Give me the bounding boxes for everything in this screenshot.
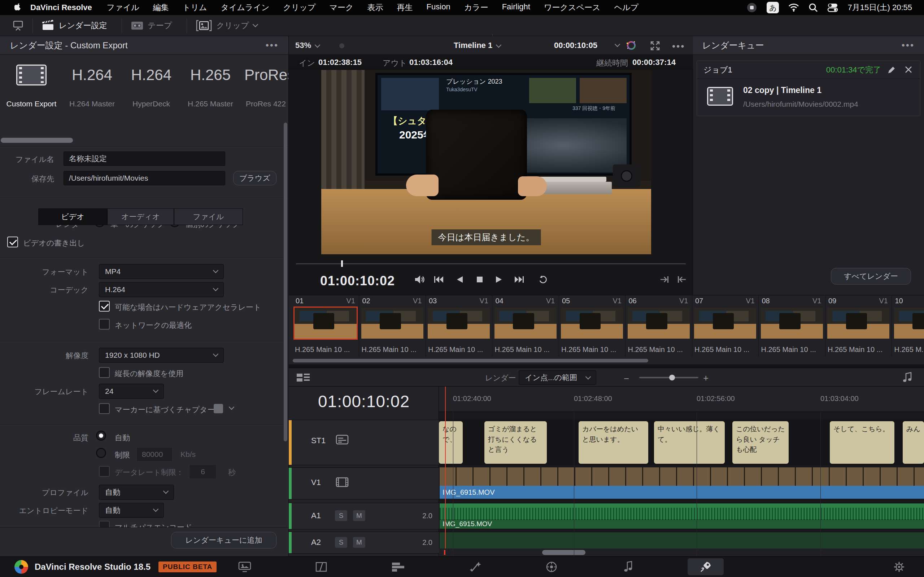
render-clip-05[interactable]: 05V1H.265 Main 10 ... (559, 295, 625, 357)
viewer-zoom-dropdown[interactable]: 53% (295, 41, 320, 50)
edit-job-icon[interactable] (887, 65, 896, 75)
ui-layout-toggle[interactable] (12, 20, 24, 31)
first-frame-icon[interactable] (430, 271, 447, 288)
render-clip-06[interactable]: 06V1H.265 Main 10 ... (626, 295, 692, 357)
resolution-dropdown[interactable]: 1920 x 1080 HD (99, 348, 224, 363)
spotlight-search-icon[interactable] (809, 3, 818, 12)
timeline-view-options-icon[interactable] (296, 372, 310, 383)
menu-item[interactable]: 編集 (153, 2, 169, 13)
chapters-checkbox[interactable] (99, 403, 110, 414)
page-media-icon[interactable] (237, 559, 252, 574)
page-edit-icon[interactable] (391, 559, 406, 574)
zoom-slider-handle[interactable] (669, 375, 675, 380)
menu-item[interactable]: カラー (464, 2, 488, 13)
quality-auto-radio[interactable] (96, 430, 106, 441)
entropy-dropdown[interactable]: 自動 (99, 503, 164, 518)
zoom-in-icon[interactable]: + (703, 372, 709, 384)
mute-speaker-icon[interactable] (412, 271, 428, 288)
vertical-res-checkbox[interactable] (99, 367, 110, 378)
render-queue-options-icon[interactable]: ••• (901, 40, 914, 51)
menu-item[interactable]: ファイル (107, 2, 139, 13)
audio-mixer-icon[interactable] (902, 371, 913, 383)
a1-mute-button[interactable]: M (353, 510, 365, 521)
track-content-v1[interactable]: IMG_6915.MOV (439, 467, 924, 500)
settings-scrollbar[interactable] (284, 122, 287, 442)
resolve-fx-icon[interactable] (624, 40, 637, 52)
stop-icon[interactable] (472, 271, 488, 288)
clip-view-button[interactable]: クリップ (195, 20, 257, 31)
preset-h-265-master[interactable]: H.265H.265 Master (181, 58, 240, 108)
render-clip-03[interactable]: 03V1H.265 Main 10 ... (426, 295, 492, 357)
render-job-card[interactable]: ジョブ1 00:01:34で完了 02 copy | Timeline 1 /U… (696, 61, 921, 116)
tape-button[interactable]: テープ (131, 20, 172, 31)
remove-job-icon[interactable] (904, 65, 913, 74)
add-to-render-queue-button[interactable]: レンダーキューに追加 (171, 532, 276, 548)
limit-value-input[interactable]: 80000 (136, 447, 173, 462)
location-input[interactable]: /Users/hirofumit/Movies (63, 171, 225, 185)
menu-item[interactable]: トリム (183, 2, 207, 13)
framerate-dropdown[interactable]: 24 (99, 384, 164, 399)
track-content-a1[interactable]: IMG_6915.MOV (439, 503, 924, 529)
zoom-out-icon[interactable]: − (624, 373, 629, 384)
menu-item[interactable]: Fusion (426, 2, 451, 13)
timeline-playhead[interactable] (445, 387, 446, 556)
render-all-button[interactable]: すべてレンダー (831, 268, 911, 285)
subtitle-clip[interactable]: ゴミが溜まると打ちにくくなると言う (485, 421, 547, 464)
tab-file[interactable]: ファイル (174, 208, 243, 225)
track-content-st1[interactable]: なので、ゴミが溜まると打ちにくくなると言うカバーをはめたいと思います。中々いい感… (439, 420, 924, 465)
menu-item[interactable]: タイムライン (221, 2, 269, 13)
ime-indicator[interactable]: あ (767, 2, 779, 13)
transport-timecode[interactable]: 01:00:10:02 (320, 273, 395, 288)
apple-menu-icon[interactable] (15, 3, 23, 12)
menu-item[interactable]: ワークスペース (544, 2, 601, 13)
preset-h-264-master[interactable]: H.264H.264 Master (63, 58, 122, 108)
quality-limit-radio[interactable] (96, 448, 106, 458)
play-icon[interactable] (491, 271, 507, 288)
chapter-marker-color-chip[interactable] (214, 404, 223, 413)
page-fairlight-icon[interactable] (621, 559, 636, 574)
video-preview[interactable]: プレッション 2023 Tuka3desuTV 337 回視聴・9年前 【シュタ… (321, 70, 651, 254)
page-cut-icon[interactable] (313, 559, 329, 574)
hw-accel-checkbox[interactable] (99, 301, 110, 311)
track-header-a2[interactable]: A2 S M 2.0 (289, 532, 439, 554)
subtitle-clip[interactable]: 中々いい感じ。薄くて。 (654, 421, 725, 464)
menu-item[interactable]: 再生 (397, 2, 413, 13)
format-dropdown[interactable]: MP4 (99, 264, 224, 279)
jump-to-last-icon[interactable] (656, 271, 673, 288)
screen-record-icon[interactable] (746, 2, 757, 13)
jump-to-first-icon[interactable] (674, 271, 690, 288)
render-settings-options-icon[interactable]: ••• (266, 40, 279, 51)
a1-solo-button[interactable]: S (335, 510, 347, 521)
track-header-a1[interactable]: A1 S M 2.0 (289, 503, 439, 529)
page-deliver-icon[interactable] (698, 559, 713, 574)
preset-prores-422-h[interactable]: ProResProRes 422 H (240, 58, 289, 108)
viewer-playhead[interactable] (341, 260, 343, 267)
preset-scrollbar[interactable] (1, 138, 73, 143)
menu-item[interactable]: 表示 (367, 2, 383, 13)
profile-dropdown[interactable]: 自動 (99, 485, 174, 500)
render-settings-button[interactable]: レンダー設定 (42, 20, 107, 31)
export-video-checkbox[interactable] (7, 237, 18, 247)
render-clip-01[interactable]: 01V1H.265 Main 10 ... (293, 295, 359, 357)
render-clip-07[interactable]: 07V1H.265 Main 10 ... (692, 295, 759, 357)
a2-solo-button[interactable]: S (335, 537, 347, 548)
subtitle-clip[interactable]: そして、こちら。 (830, 421, 894, 464)
timeline-selector[interactable]: Timeline 1 (454, 41, 501, 50)
viewer-options-icon[interactable]: ••• (672, 41, 685, 52)
render-range-dropdown[interactable]: イン点...の範囲 (519, 371, 596, 385)
preset-hyperdeck[interactable]: H.264HyperDeck (122, 58, 181, 108)
timeline-scrollbar[interactable] (542, 550, 585, 555)
page-color-icon[interactable] (544, 559, 559, 574)
control-center-icon[interactable] (827, 3, 838, 12)
network-opt-checkbox[interactable] (99, 319, 110, 330)
tab-video[interactable]: ビデオ (38, 208, 107, 225)
play-reverse-icon[interactable] (451, 271, 468, 288)
codec-dropdown[interactable]: H.264 (99, 282, 224, 297)
last-frame-icon[interactable] (511, 271, 528, 288)
preset-custom-export[interactable]: Custom Export (2, 58, 61, 108)
menu-item[interactable]: ヘルプ (614, 2, 639, 13)
browse-button[interactable]: ブラウズ (233, 171, 276, 185)
loop-icon[interactable] (535, 271, 551, 288)
timeline-big-timecode[interactable]: 01:00:10:02 (289, 392, 439, 411)
wifi-icon[interactable] (788, 3, 799, 12)
